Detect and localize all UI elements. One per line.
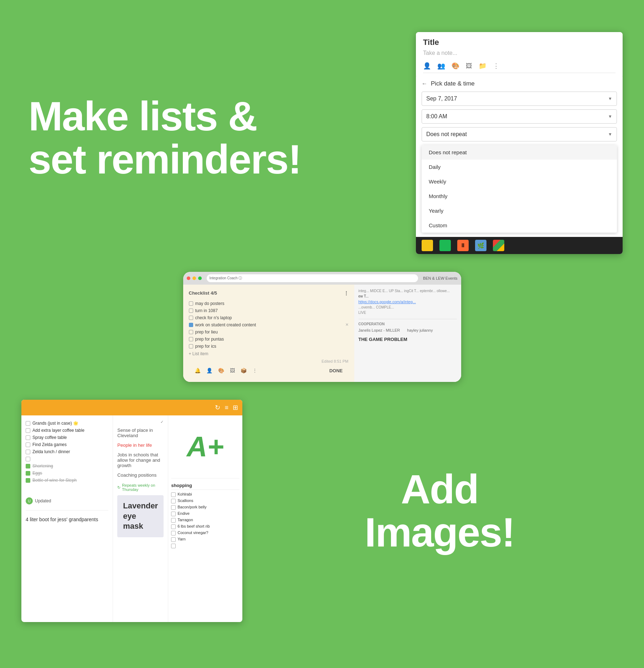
cooperation-label: COOPERATION [359,322,457,326]
pick-datetime-header: ← Pick date & time [422,80,617,92]
browser-address: Integration Coach ⓘ [207,274,418,282]
checklist-left: Checklist 4/5 ⋮ may do posters turn in 1… [183,285,354,382]
close-icon[interactable]: ✕ [345,322,349,327]
checkbox-4[interactable] [189,330,193,334]
keep-list-item: Add extra layer coffee table [26,427,108,434]
footer-icon-more[interactable]: ⋮ [252,368,257,373]
keep-updated: U Updated [26,494,108,507]
checkbox-5[interactable] [189,337,193,341]
keep-note-text: 4 liter boot for jess' grandparents [26,513,108,526]
repeat-option-4[interactable]: Yearly [422,203,617,218]
repeat-value: Does not repeat [426,131,467,138]
repeat-option-3[interactable]: Monthly [422,189,617,203]
keep-grid-icon[interactable]: ⊞ [233,404,238,411]
add-images-text: Add Images! [365,468,515,554]
keep-column-middle: ✓ Sense of place in Cleveland People in … [113,415,168,622]
keep-list-item: Find Zelda games [26,441,108,448]
shop-checkbox-6[interactable] [171,531,176,535]
shopping-item-3: Endive [171,511,239,517]
keep-checkbox-1[interactable] [26,428,30,433]
person2: hayley julianny [407,328,433,332]
browser-dot-green [198,276,202,280]
shopping-item-6: Coconut vinegar? [171,530,239,536]
keep-checkbox-7[interactable] [26,471,30,476]
keep-checkbox-4[interactable] [26,450,30,454]
reminder-icon-more: ⋮ [493,62,499,70]
checklist-window: Integration Coach ⓘ BEN & LEW Events Che… [183,272,461,382]
shopping-item-4: Tarragon [171,517,239,523]
footer-icon-color[interactable]: 🎨 [218,368,224,373]
keep-list-item: Zelda lunch / dinner [26,448,108,455]
keep-list-item [26,455,108,462]
keep-checkbox-2[interactable] [26,435,30,440]
context-text: integ... MIDCE E... UP Sta... ingCit T..… [359,289,457,293]
keep-checkbox-3[interactable] [26,442,30,447]
reminder-title: Title [423,38,439,47]
updated-label: Updated [35,498,51,503]
checkbox-6[interactable] [189,344,193,348]
context-link[interactable]: https://docs.google.com/a/integ... [359,300,457,304]
date-selector[interactable]: Sep 7, 2017 ▼ [422,92,617,106]
checklist-section: Integration Coach ⓘ BEN & LEW Events Che… [21,272,623,382]
time-selector[interactable]: 8:00 AM ▼ [422,109,617,124]
reminder-icon-archive: 📁 [479,62,486,70]
reminder-icon-image: 🖼 [466,62,472,70]
keep-list-item: Grands (just in case) 🌟 [26,420,108,427]
shop-checkbox-2[interactable] [171,505,176,510]
checkbox-3[interactable] [189,323,193,327]
top-section: Make lists & set reminders! Title Take a… [21,21,623,254]
taskbar-icon-5 [493,240,504,251]
page-container: Make lists & set reminders! Title Take a… [0,0,644,668]
keep-checkbox-0[interactable] [26,421,30,426]
list-item: work on student created content ✕ [189,321,349,328]
repeat-option-2[interactable]: Weekly [422,174,617,189]
shop-checkbox-1[interactable] [171,499,176,503]
shop-checkbox-4[interactable] [171,518,176,523]
keep-refresh-icon[interactable]: ↻ [215,404,220,411]
checklist-settings-icon[interactable]: ⋮ [344,290,349,296]
shop-checkbox-7[interactable] [171,537,176,542]
checkbox-1[interactable] [189,309,193,313]
keep-list-screenshot: ↻ ≡ ⊞ Grands (just in case) 🌟 Add extra … [21,400,242,622]
repeat-option-1[interactable]: Daily [422,160,617,174]
reminder-icon-palette: 🎨 [452,62,459,70]
grade-image: A+ [171,418,239,475]
keep-body: Grands (just in case) 🌟 Add extra layer … [21,415,242,622]
keep-list-icon[interactable]: ≡ [225,404,228,411]
shop-checkbox-8[interactable] [171,544,176,548]
browser-dot-red [187,276,190,280]
shopping-item-1: Scallions [171,498,239,504]
date-value: Sep 7, 2017 [426,95,457,102]
shop-checkbox-5[interactable] [171,524,176,529]
shop-checkbox-3[interactable] [171,512,176,516]
checkbox-0[interactable] [189,301,193,306]
add-images-line2: Images! [365,509,515,555]
keep-checkbox-6[interactable] [26,464,30,468]
headline-section: Make lists & set reminders! [21,21,402,254]
keep-list-item: Shortening [26,462,108,470]
keep-checkbox-8[interactable] [26,478,30,483]
footer-icon-image[interactable]: 🖼 [230,368,235,373]
headline-text: Make lists & set reminders! [29,95,395,181]
footer-icon-archive[interactable]: 📦 [241,368,247,373]
footer-icon-bell[interactable]: 🔔 [195,368,201,373]
list-item: prep for ics [189,343,349,350]
keep-column-right: A+ shopping Kohlrabi Scallions Baco [168,415,242,622]
shop-checkbox-0[interactable] [171,492,176,497]
back-arrow-icon[interactable]: ← [422,81,427,87]
headline-line1: Make lists & [29,93,257,139]
keep-middle-item-0: Sense of place in Cleveland [117,426,164,439]
repeat-option-5[interactable]: Custom [422,218,617,233]
keep-checkbox-5[interactable] [26,457,30,461]
reminder-icon-person: 👤 [423,62,431,70]
cooperation-area: COOPERATION Janelis Lopez - MILLER hayle… [359,319,457,332]
list-item: prep for lieu [189,328,349,336]
keep-list-item: Eggs [26,470,108,477]
add-item-button[interactable]: + List item [189,350,349,358]
repeat-selector[interactable]: Does not repeat ▼ [422,127,617,141]
headline-line2: set reminders! [29,136,301,182]
footer-icon-person[interactable]: 👤 [206,368,212,373]
checkbox-2[interactable] [189,316,193,320]
repeat-option-0[interactable]: Does not repeat [422,145,617,160]
done-button[interactable]: DONE [329,368,343,373]
